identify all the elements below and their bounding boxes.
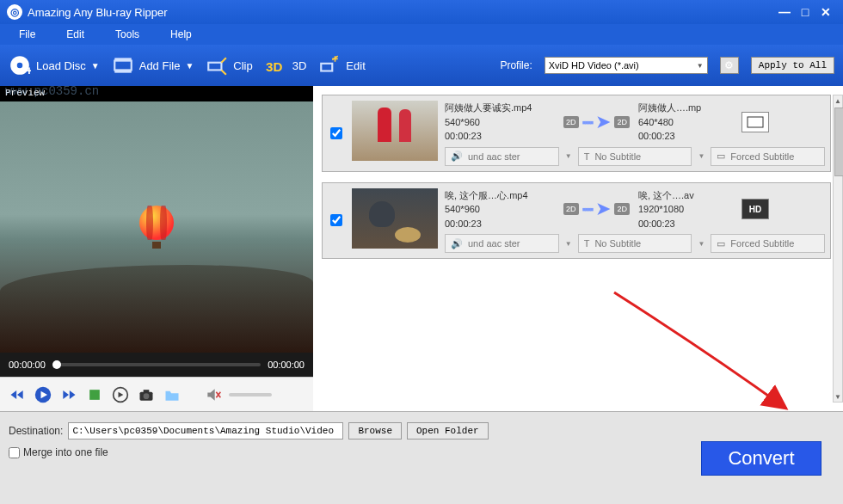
player-controls: [0, 377, 313, 411]
close-button[interactable]: ✕: [815, 5, 836, 19]
subtitle-select[interactable]: TNo Subtitle: [578, 147, 692, 166]
menu-edit[interactable]: Edit: [51, 28, 100, 40]
profile-label: Profile:: [500, 59, 532, 71]
file-checkbox[interactable]: [330, 127, 342, 139]
snapshot-button[interactable]: [136, 384, 157, 405]
edit-button[interactable]: Edit: [318, 54, 365, 77]
time-total: 00:00:00: [268, 360, 305, 370]
annotation-arrow: [606, 284, 803, 411]
quality-badge[interactable]: [741, 112, 769, 132]
output-duration: 00:00:23: [638, 217, 733, 231]
svg-rect-15: [748, 117, 763, 127]
file-item: 阿姨做人要诚实.mp4 540*960 00:00:23 2D ▪▪▪▪ ➤ 2…: [322, 95, 831, 172]
svg-text:+: +: [25, 63, 31, 77]
toolbar: + Load Disc ▼ Add File ▼ Clip 3D 3D Edit…: [0, 45, 843, 86]
destination-input[interactable]: [68, 422, 343, 439]
conversion-arrow: 2D ▪▪▪▪ ➤ 2D: [563, 111, 630, 133]
file-name: 唉, 这个服…心.mp4: [445, 188, 555, 203]
output-duration: 00:00:23: [638, 129, 733, 144]
badge-2d-in: 2D: [563, 203, 579, 215]
open-folder-button[interactable]: Open Folder: [407, 422, 489, 439]
disc-icon: +: [9, 54, 31, 77]
load-disc-label: Load Disc: [36, 59, 86, 72]
clip-label: Clip: [233, 59, 252, 72]
arrow-icon: ➤: [595, 111, 611, 133]
volume-slider[interactable]: [229, 393, 272, 396]
threed-icon: 3D: [265, 54, 287, 77]
menu-tools[interactable]: Tools: [100, 28, 155, 40]
stop-button[interactable]: [84, 384, 105, 405]
svg-rect-6: [209, 63, 222, 71]
bottom-bar: Destination: Browse Open Folder Merge in…: [0, 411, 843, 504]
badge-2d-out: 2D: [614, 203, 630, 215]
forward-button[interactable]: [58, 384, 79, 405]
menu-bar: File Edit Tools Help: [0, 24, 843, 45]
scroll-down-icon[interactable]: ▼: [834, 391, 842, 402]
svg-rect-14: [144, 390, 150, 392]
text-icon: T: [584, 151, 590, 162]
scrollbar[interactable]: ▲ ▼: [833, 95, 843, 403]
svg-point-1: [17, 63, 23, 69]
file-thumbnail[interactable]: [352, 188, 438, 249]
wand-icon: [318, 54, 341, 77]
title-bar: ◎ Amazing Any Blu-ray Ripper — □ ✕: [0, 0, 843, 24]
add-file-button[interactable]: Add File ▼: [112, 54, 194, 77]
audio-track-select[interactable]: 🔊und aac ster: [445, 234, 559, 253]
convert-button[interactable]: Convert: [701, 441, 821, 476]
threed-button[interactable]: 3D 3D: [265, 54, 307, 77]
file-thumbnail[interactable]: [352, 101, 438, 161]
output-name: 唉, 这个….av: [638, 188, 733, 203]
apply-to-all-button[interactable]: Apply to All: [751, 57, 834, 74]
subtitle-select[interactable]: TNo Subtitle: [578, 234, 692, 253]
mute-button[interactable]: [203, 384, 224, 405]
browse-button[interactable]: Browse: [348, 422, 402, 439]
audio-track-select[interactable]: 🔊und aac ster: [445, 147, 559, 166]
svg-rect-4: [114, 58, 132, 60]
badge-2d-in: 2D: [563, 116, 579, 128]
film-icon: [112, 54, 134, 77]
merge-checkbox[interactable]: [9, 447, 20, 458]
clip-button[interactable]: Clip: [206, 54, 252, 77]
merge-label: Merge into one file: [23, 446, 108, 458]
output-name: 阿姨做人….mp: [638, 101, 733, 115]
svg-rect-5: [114, 70, 132, 72]
file-checkbox[interactable]: [330, 214, 342, 226]
scroll-up-icon[interactable]: ▲: [834, 95, 842, 106]
next-button[interactable]: [110, 384, 131, 405]
menu-file[interactable]: File: [3, 28, 51, 40]
main-area: Preview 00:00:00 00:00:00: [0, 86, 843, 411]
chevron-down-icon: ▼: [697, 62, 704, 70]
badge-2d-out: 2D: [614, 116, 630, 128]
file-resolution: 540*960: [445, 202, 555, 217]
load-disc-button[interactable]: + Load Disc ▼: [9, 54, 100, 77]
svg-point-13: [144, 393, 150, 399]
forced-subtitle-select[interactable]: ▭Forced Subtitle: [711, 234, 825, 253]
text-icon: T: [584, 238, 590, 249]
maximize-button[interactable]: □: [795, 5, 815, 19]
gear-icon: ⚙: [724, 59, 734, 71]
scroll-thumb[interactable]: [834, 108, 843, 176]
profile-value: XviD HD Video (*.avi): [549, 60, 639, 71]
settings-button[interactable]: ⚙: [720, 57, 739, 74]
svg-rect-10: [89, 390, 100, 400]
app-title: Amazing Any Blu-ray Ripper: [28, 6, 168, 19]
folder-button[interactable]: [162, 384, 182, 405]
rewind-button[interactable]: [7, 384, 28, 405]
threed-label: 3D: [292, 59, 307, 72]
seek-slider[interactable]: [52, 363, 261, 366]
forced-subtitle-select[interactable]: ▭Forced Subtitle: [711, 147, 825, 166]
file-duration: 00:00:23: [445, 129, 555, 144]
svg-rect-8: [322, 64, 333, 71]
file-duration: 00:00:23: [445, 217, 555, 231]
conversion-arrow: 2D ▪▪▪▪ ➤ 2D: [563, 198, 630, 220]
caption-icon: ▭: [717, 238, 725, 249]
merge-checkbox-row[interactable]: Merge into one file: [9, 446, 688, 458]
quality-badge[interactable]: HD: [741, 199, 769, 219]
profile-select[interactable]: XviD HD Video (*.avi) ▼: [545, 57, 708, 74]
menu-help[interactable]: Help: [155, 28, 207, 40]
play-button[interactable]: [33, 384, 53, 405]
balloon-image: [139, 206, 174, 249]
svg-rect-3: [114, 61, 132, 71]
minimize-button[interactable]: —: [774, 5, 795, 19]
speaker-icon: 🔊: [451, 238, 463, 249]
